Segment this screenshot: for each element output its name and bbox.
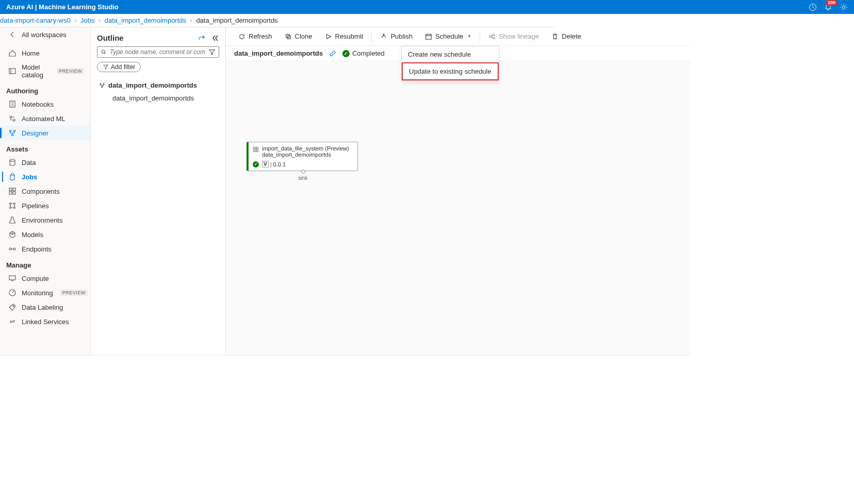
tree-child-label: data_import_demoimportds	[112, 94, 194, 102]
sidebar-item-designer[interactable]: Designer	[0, 126, 90, 140]
breadcrumb-pipeline[interactable]: data_import_demoimportds	[105, 16, 186, 24]
svg-point-14	[10, 203, 11, 205]
environments-icon	[8, 216, 17, 224]
sidebar-item-data-labeling[interactable]: Data Labeling	[0, 300, 90, 314]
add-filter-label: Add filter	[111, 63, 135, 71]
search-icon	[101, 49, 107, 55]
chevron-right-icon: ›	[98, 18, 100, 23]
collapse-icon[interactable]	[211, 34, 219, 42]
designer-icon	[8, 129, 17, 137]
toolbar-label: Resubmit	[335, 32, 364, 40]
svg-rect-13	[13, 192, 15, 194]
sidebar-item-home[interactable]: Home	[0, 46, 90, 60]
svg-point-1	[843, 6, 845, 8]
sidebar-item-pipelines[interactable]: Pipelines	[0, 198, 90, 213]
lineage-icon	[488, 33, 496, 40]
share-icon[interactable]	[198, 34, 206, 42]
main-panel: Refresh Clone Resubmit Publish	[226, 27, 690, 355]
link-icon	[8, 317, 17, 326]
toolbar-label: Clone	[295, 32, 313, 40]
node-title: import_data_file_system (Preview)	[262, 145, 349, 152]
sidebar-item-linked-services[interactable]: Linked Services	[0, 314, 90, 329]
outline-panel: Outline Add filter	[91, 27, 226, 355]
svg-rect-2	[9, 69, 15, 74]
sidebar-item-jobs[interactable]: Jobs	[0, 170, 90, 184]
chevron-right-icon: ›	[190, 18, 192, 23]
dropdown-item-update-schedule[interactable]: Update to existing schedule	[402, 62, 499, 80]
svg-rect-29	[426, 34, 432, 39]
sidebar-item-automl[interactable]: Automated ML	[0, 111, 90, 126]
outline-search-row	[91, 46, 225, 58]
sidebar-label: Components	[22, 188, 60, 195]
refresh-button[interactable]: Refresh	[232, 29, 278, 43]
status-label: Completed	[352, 49, 385, 57]
content-split: Outline Add filter	[91, 27, 690, 355]
sidebar-label: Data Labeling	[22, 304, 63, 311]
sidebar-item-models[interactable]: Models	[0, 227, 90, 242]
toolbar-separator	[371, 31, 372, 42]
resubmit-button[interactable]: Resubmit	[319, 29, 370, 43]
chevron-down-icon: ▼	[467, 34, 471, 39]
sidebar-label: Models	[22, 231, 43, 239]
sidebar-section-manage: Manage	[0, 256, 90, 271]
sidebar-item-compute[interactable]: Compute	[0, 271, 90, 285]
delete-button[interactable]: Delete	[545, 29, 587, 43]
toolbar-separator	[480, 31, 480, 42]
catalog-icon	[8, 67, 17, 75]
pipeline-node[interactable]: import_data_file_system (Preview) data_i…	[247, 142, 358, 171]
sidebar-item-endpoints[interactable]: Endpoints	[0, 242, 90, 256]
sidebar-item-model-catalog[interactable]: Model catalog PREVIEW	[0, 60, 90, 82]
status-badge: Completed	[342, 49, 385, 57]
monitoring-icon	[8, 289, 17, 297]
clock-icon[interactable]	[809, 3, 817, 11]
clone-icon	[285, 33, 292, 40]
outline-search-input[interactable]	[110, 48, 205, 56]
dropdown-label: Update to existing schedule	[409, 68, 491, 75]
notification-badge: 100	[826, 0, 837, 6]
canvas[interactable]: import_data_file_system (Preview) data_i…	[226, 61, 690, 355]
edit-icon[interactable]	[329, 50, 336, 57]
gear-icon[interactable]	[840, 3, 848, 11]
sidebar-label: Environments	[22, 216, 62, 224]
tree-root[interactable]: data_import_demoimportds	[97, 78, 219, 92]
node-port-label: sink	[299, 175, 308, 181]
svg-point-4	[10, 116, 12, 118]
dropdown-item-create-schedule[interactable]: Create new schedule	[402, 46, 499, 62]
clone-button[interactable]: Clone	[278, 29, 319, 43]
svg-point-22	[13, 306, 14, 307]
schedule-button[interactable]: Schedule ▼	[419, 29, 478, 43]
breadcrumb-workspace[interactable]: data-import-canary-ws0	[0, 16, 71, 24]
breadcrumb: Microsoft › data-import-canary-ws0 › Job…	[0, 14, 555, 27]
toolbar: Refresh Clone Resubmit Publish	[226, 27, 690, 46]
sidebar: All workspaces Home Model catalog PREVIE…	[0, 14, 91, 355]
bell-icon[interactable]: 100	[824, 3, 832, 11]
models-icon	[8, 230, 17, 239]
sidebar-label: Endpoints	[22, 245, 52, 253]
sidebar-item-environments[interactable]: Environments	[0, 213, 90, 227]
node-check-icon	[253, 161, 259, 167]
sidebar-item-all-workspaces[interactable]: All workspaces	[0, 27, 90, 42]
automl-icon	[8, 114, 17, 123]
svg-rect-31	[493, 34, 495, 36]
breadcrumb-jobs[interactable]: Jobs	[80, 16, 94, 24]
node-output-port[interactable]	[301, 170, 305, 174]
tree-icon	[99, 82, 105, 89]
filter-icon[interactable]	[208, 48, 216, 56]
sidebar-section-assets: Assets	[0, 140, 90, 155]
svg-rect-32	[493, 37, 495, 39]
sidebar-item-monitoring[interactable]: Monitoring PREVIEW	[0, 285, 90, 300]
svg-rect-11	[13, 188, 15, 191]
sidebar-section-authoring: Authoring	[0, 82, 90, 97]
compute-icon	[8, 274, 17, 282]
tree-child[interactable]: data_import_demoimportds	[97, 92, 219, 104]
dropdown-label: Create new schedule	[408, 51, 471, 58]
sidebar-item-components[interactable]: Components	[0, 184, 90, 198]
sidebar-item-notebooks[interactable]: Notebooks	[0, 97, 90, 111]
topbar-icons: 100	[809, 3, 848, 11]
sidebar-label: Home	[22, 49, 40, 57]
publish-button[interactable]: Publish	[374, 29, 419, 43]
sidebar-item-data[interactable]: Data	[0, 155, 90, 170]
toolbar-label: Delete	[562, 32, 581, 40]
add-filter-button[interactable]: Add filter	[97, 62, 141, 72]
outline-search-box[interactable]	[97, 46, 219, 58]
